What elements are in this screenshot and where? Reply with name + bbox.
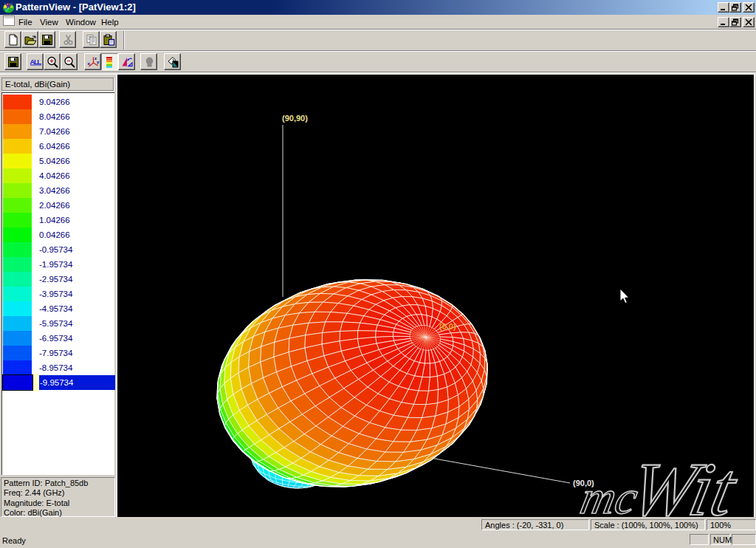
svg-text:(0,0): (0,0): [439, 322, 456, 331]
svg-text:(90,90): (90,90): [282, 114, 308, 123]
svg-text:Wit: Wit: [623, 447, 745, 517]
svg-text:y: y: [97, 60, 100, 64]
svg-text:ALL: ALL: [30, 58, 42, 66]
